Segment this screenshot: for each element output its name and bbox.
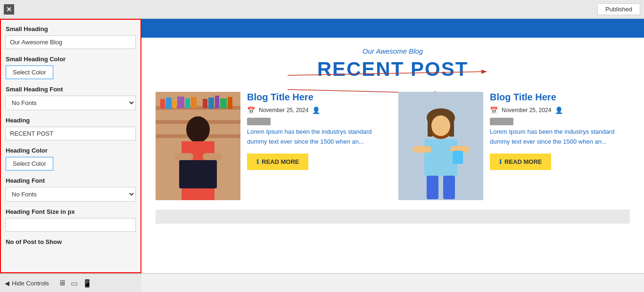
small-heading-font-label: Small Heading Font bbox=[6, 86, 136, 93]
right-preview: Our Awesome Blog RECENT POST bbox=[141, 19, 644, 273]
svg-rect-10 bbox=[177, 97, 184, 108]
small-heading-color-button[interactable]: Select Color bbox=[6, 65, 53, 79]
blog-card-content-2: Blog Title Here 📅 November 25, 2024 👤 Lo… bbox=[490, 92, 630, 170]
small-heading-color-label: Small Heading Color bbox=[6, 56, 136, 63]
preview-content: Our Awesome Blog RECENT POST bbox=[141, 38, 644, 233]
blog-image-svg-1 bbox=[156, 92, 240, 200]
blog-card-content-1: Blog Title Here 📅 November 25, 2024 👤 Lo… bbox=[247, 92, 387, 170]
user-icon-2: 👤 bbox=[555, 106, 563, 114]
main-area: Small Heading Small Heading Color Select… bbox=[0, 19, 644, 273]
blog-card-2: Blog Title Here 📅 November 25, 2024 👤 Lo… bbox=[398, 92, 630, 200]
blog-card: Blog Title Here 📅 November 25, 2024 👤 Lo… bbox=[156, 92, 387, 200]
mobile-icon[interactable]: 📱 bbox=[83, 279, 92, 288]
info-icon-2: ℹ bbox=[499, 158, 502, 165]
svg-rect-17 bbox=[228, 97, 232, 109]
small-heading-color-group: Small Heading Color Select Color bbox=[6, 56, 136, 79]
heading-font-size-label: Heading Font Size in px bbox=[6, 208, 136, 215]
svg-rect-31 bbox=[413, 146, 431, 153]
heading-font-select[interactable]: No Fonts bbox=[6, 187, 136, 202]
small-heading-input[interactable] bbox=[6, 35, 136, 49]
blog-card-meta-2: 📅 November 25, 2024 👤 bbox=[490, 106, 630, 114]
svg-rect-34 bbox=[427, 176, 438, 199]
svg-rect-8 bbox=[166, 97, 172, 109]
svg-rect-13 bbox=[203, 99, 207, 108]
read-more-button-2[interactable]: ℹ READ MORE bbox=[490, 154, 551, 170]
calendar-icon-2: 📅 bbox=[490, 106, 498, 114]
desktop-icon[interactable]: 🖥 bbox=[58, 279, 66, 288]
blog-card-image-1 bbox=[156, 92, 240, 200]
no-post-label: No of Post to Show bbox=[6, 238, 136, 245]
heading-font-size-input[interactable] bbox=[6, 218, 136, 232]
bottom-controls: ◀ Hide Controls 🖥 ▭ 📱 bbox=[0, 274, 141, 292]
blog-card-title-2: Blog Title Here bbox=[490, 92, 630, 103]
left-panel: Small Heading Small Heading Color Select… bbox=[0, 19, 141, 273]
tablet-icon[interactable]: ▭ bbox=[71, 279, 78, 288]
chevron-left-icon: ◀ bbox=[5, 280, 9, 287]
svg-rect-11 bbox=[185, 98, 190, 108]
svg-rect-9 bbox=[173, 100, 176, 108]
preview-big-heading: RECENT POST bbox=[156, 58, 630, 81]
bottom-wrapper: ◀ Hide Controls 🖥 ▭ 📱 bbox=[0, 273, 644, 292]
svg-rect-21 bbox=[203, 153, 222, 160]
calendar-icon-1: 📅 bbox=[247, 106, 255, 114]
heading-input[interactable] bbox=[6, 127, 136, 140]
heading-color-button[interactable]: Select Color bbox=[6, 157, 53, 170]
heading-group: Heading bbox=[6, 117, 136, 140]
svg-rect-16 bbox=[220, 98, 227, 108]
small-heading-label: Small Heading bbox=[6, 25, 136, 32]
svg-rect-12 bbox=[191, 97, 197, 108]
svg-rect-14 bbox=[208, 97, 214, 109]
close-button[interactable]: ✕ bbox=[4, 4, 14, 15]
blog-image-svg-2 bbox=[398, 92, 483, 200]
read-more-button-1[interactable]: ℹ READ MORE bbox=[247, 154, 308, 170]
published-button[interactable]: Published bbox=[597, 3, 640, 15]
heading-font-label: Heading Font bbox=[6, 177, 136, 184]
blog-excerpt-1: Lorem Ipsum has been the industrys stand… bbox=[247, 127, 387, 147]
svg-rect-15 bbox=[215, 96, 219, 108]
blog-cards-row: Blog Title Here 📅 November 25, 2024 👤 Lo… bbox=[156, 92, 630, 200]
bottom-icons: 🖥 ▭ 📱 bbox=[58, 279, 92, 288]
preview-header-band bbox=[141, 19, 644, 38]
small-heading-font-select[interactable]: No Fonts bbox=[6, 96, 136, 110]
svg-rect-20 bbox=[174, 153, 193, 160]
heading-label: Heading bbox=[6, 117, 136, 124]
svg-rect-22 bbox=[179, 160, 217, 188]
blog-card-meta-1: 📅 November 25, 2024 👤 bbox=[247, 106, 387, 114]
blog-date-1: November 25, 2024 bbox=[259, 107, 308, 114]
blog-category-1 bbox=[247, 118, 271, 125]
blog-card-image-2 bbox=[398, 92, 483, 200]
preview-small-heading: Our Awesome Blog bbox=[156, 47, 630, 55]
top-bar: ✕ Published bbox=[0, 0, 644, 19]
svg-point-18 bbox=[186, 116, 210, 143]
svg-point-29 bbox=[431, 115, 450, 136]
no-post-group: No of Post to Show bbox=[6, 238, 136, 245]
heading-color-group: Heading Color Select Color bbox=[6, 147, 136, 170]
heading-font-group: Heading Font No Fonts bbox=[6, 177, 136, 202]
svg-rect-35 bbox=[443, 176, 455, 199]
small-heading-font-group: Small Heading Font No Fonts bbox=[6, 86, 136, 110]
info-icon-1: ℹ bbox=[256, 158, 259, 165]
svg-rect-7 bbox=[160, 99, 165, 108]
hide-controls-button[interactable]: ◀ Hide Controls bbox=[5, 280, 49, 287]
svg-rect-33 bbox=[453, 151, 463, 164]
heading-color-label: Heading Color bbox=[6, 147, 136, 154]
blog-excerpt-2: Lorem Ipsum has been the industrys stand… bbox=[490, 127, 630, 147]
preview-footer-band bbox=[156, 210, 630, 224]
blog-card-title-1: Blog Title Here bbox=[247, 92, 387, 103]
svg-rect-30 bbox=[424, 139, 457, 177]
small-heading-group: Small Heading bbox=[6, 25, 136, 49]
blog-date-2: November 25, 2024 bbox=[502, 107, 551, 114]
heading-font-size-group: Heading Font Size in px bbox=[6, 208, 136, 232]
user-icon-1: 👤 bbox=[312, 106, 320, 114]
blog-category-2 bbox=[490, 118, 513, 125]
